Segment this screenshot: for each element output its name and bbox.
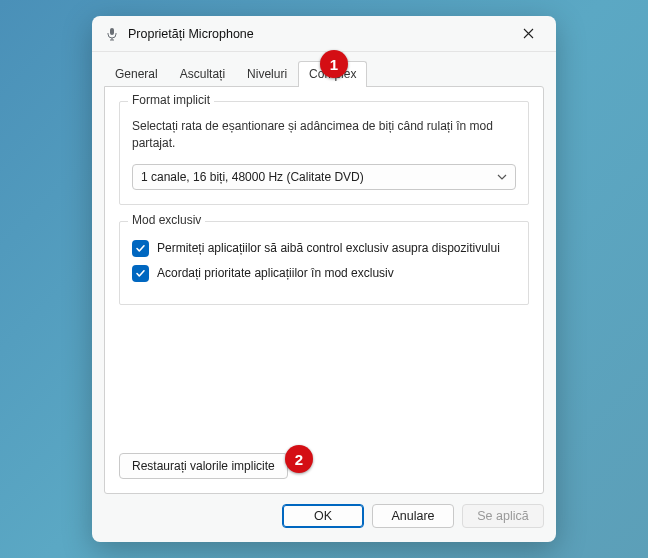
select-value: 1 canale, 16 biți, 48000 Hz (Calitate DV… xyxy=(141,170,364,184)
checkbox-row-exclusive-control: Permiteți aplicațiilor să aibă control e… xyxy=(132,240,516,257)
checkbox-row-exclusive-priority: Acordați prioritate aplicațiilor în mod … xyxy=(132,265,516,282)
microphone-icon xyxy=(104,26,120,42)
group-default-format: Format implicit Selectați rata de eșanti… xyxy=(119,101,529,205)
button-label: Restaurați valorile implicite xyxy=(132,459,275,473)
annotation-marker-1: 1 xyxy=(320,50,348,78)
svg-rect-0 xyxy=(110,28,114,35)
restore-defaults-button[interactable]: Restaurați valorile implicite xyxy=(119,453,288,479)
microphone-properties-dialog: Proprietăți Microphone General Ascultați… xyxy=(92,16,556,542)
tab-levels[interactable]: Niveluri xyxy=(236,61,298,87)
button-label: OK xyxy=(314,509,332,523)
tab-listen[interactable]: Ascultați xyxy=(169,61,236,87)
tab-label: Niveluri xyxy=(247,67,287,81)
apply-button: Se aplică xyxy=(462,504,544,528)
tab-bar: General Ascultați Niveluri Complex 1 xyxy=(92,52,556,86)
button-label: Anulare xyxy=(391,509,434,523)
checkbox-label: Acordați prioritate aplicațiilor în mod … xyxy=(157,266,394,280)
window-title: Proprietăți Microphone xyxy=(128,27,254,41)
tab-general[interactable]: General xyxy=(104,61,169,87)
checkbox-exclusive-priority[interactable] xyxy=(132,265,149,282)
button-label: Se aplică xyxy=(477,509,528,523)
tab-label: Ascultați xyxy=(180,67,225,81)
dialog-footer: OK Anulare Se aplică xyxy=(92,504,556,542)
group-title: Mod exclusiv xyxy=(128,213,205,227)
ok-button[interactable]: OK xyxy=(282,504,364,528)
group-description: Selectați rata de eșantionare și adâncim… xyxy=(132,118,516,152)
chevron-down-icon xyxy=(497,171,507,182)
close-button[interactable] xyxy=(506,19,550,49)
annotation-marker-2: 2 xyxy=(285,445,313,473)
checkbox-exclusive-control[interactable] xyxy=(132,240,149,257)
check-icon xyxy=(135,268,146,279)
cancel-button[interactable]: Anulare xyxy=(372,504,454,528)
sample-rate-select[interactable]: 1 canale, 16 biți, 48000 Hz (Calitate DV… xyxy=(132,164,516,190)
group-title: Format implicit xyxy=(128,93,214,107)
tab-label: General xyxy=(115,67,158,81)
close-icon xyxy=(523,26,534,42)
titlebar: Proprietăți Microphone xyxy=(92,16,556,52)
checkbox-label: Permiteți aplicațiilor să aibă control e… xyxy=(157,241,500,255)
check-icon xyxy=(135,243,146,254)
group-exclusive-mode: Mod exclusiv Permiteți aplicațiilor să a… xyxy=(119,221,529,305)
tab-panel-advanced: Format implicit Selectați rata de eșanti… xyxy=(104,86,544,494)
